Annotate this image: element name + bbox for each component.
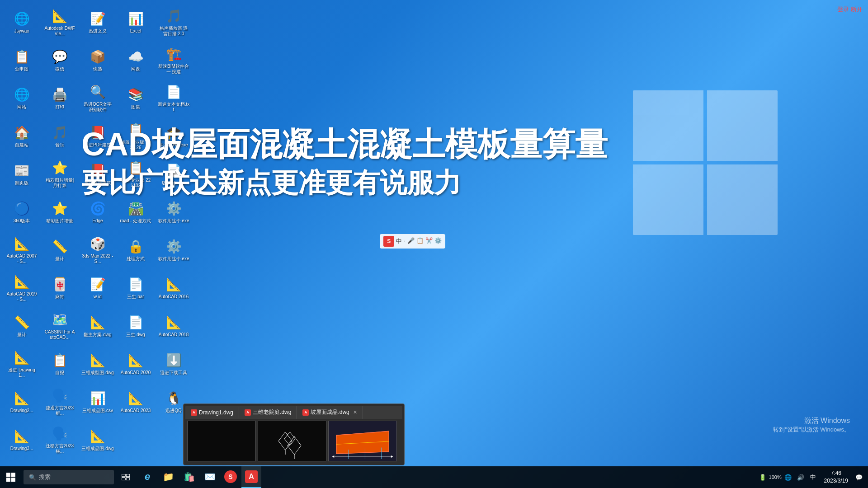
- desktop-icon-autocad2016[interactable]: 📐 AutoCAD 2016: [156, 269, 192, 305]
- desktop-icon-wenben[interactable]: 📄 新速文本文档.txt: [156, 80, 192, 116]
- desktop-icon-autocad2019[interactable]: 📐 AutoCAD 2019 - S...: [4, 269, 40, 305]
- desktop-icon-zhepian[interactable]: 📋 业申图: [4, 42, 40, 78]
- desktop-icon-yinyue[interactable]: 🎵 音乐: [42, 117, 78, 154]
- desktop-icon-zijian[interactable]: 🏠 自建站: [4, 117, 40, 154]
- desktop-icon-autocad2023[interactable]: 📐 AutoCAD 2023: [118, 383, 154, 419]
- desktop-icon-cassini[interactable]: 🗺️ CASSINI For AutoCAD...: [42, 307, 78, 343]
- desktop-icon-daying[interactable]: 🖨️ 打印: [42, 80, 78, 116]
- preview-tab-drawing2[interactable]: A 三维老院庭.dwg: [239, 406, 297, 419]
- icon-label-kuaidi: 快递: [93, 66, 102, 72]
- desktop-icon-liangji2[interactable]: 📏 量计: [4, 307, 40, 343]
- desktop-icon-sanbadwg3[interactable]: 📐 三维成品图.dwg: [80, 421, 116, 457]
- desktop-icon-sanbao[interactable]: 📄 三生.bar: [118, 269, 154, 305]
- desktop-icon-ruanjian[interactable]: ⚙️ 软件用这个.exe: [156, 231, 192, 267]
- desktop-icon-jiatong[interactable]: 🗣️ 捷通方言2023框...: [42, 383, 78, 419]
- desktop-icon-jietong2[interactable]: 🗣️ 迁移方言2023横...: [42, 421, 78, 457]
- store-taskbar-button[interactable]: 🛍️: [179, 466, 199, 488]
- desktop-icon-jieyin1[interactable]: 🎵 格声播放器 迅雷目播 2.0: [156, 4, 192, 40]
- desktop-icon-sanbao2[interactable]: 📐 三维成型图.dwg: [80, 345, 116, 381]
- svg-rect-18: [6, 473, 10, 477]
- desktop-icon-jiejin[interactable]: 📝 迅进文义: [80, 4, 116, 40]
- desktop-icon-majiang[interactable]: 🀄 麻将: [42, 269, 78, 305]
- desktop-icon-bim[interactable]: 🏗️ 新速BIM软件合一 投建: [156, 42, 192, 78]
- ime-icon[interactable]: 中: [808, 472, 819, 483]
- desktop-icon-tuji[interactable]: 📚 图集: [118, 80, 154, 116]
- desktop-icon-autocad2018[interactable]: 📐 AutoCAD 2018: [156, 307, 192, 343]
- desktop-icon-jieyin2[interactable]: 📐 迅进 Drawing1...: [4, 345, 40, 381]
- start-button[interactable]: [0, 466, 22, 488]
- icon-label-word: w id: [94, 294, 102, 300]
- desktop-icon-autocad2007[interactable]: 📐 AutoCAD 2007 - S...: [4, 231, 40, 267]
- preview-tab-drawing3[interactable]: A 坡屋面成品.dwg ✕: [297, 406, 363, 419]
- desktop-icon-drawing2[interactable]: 📐 Drawing2...: [4, 383, 40, 419]
- sougou-taskbar-button[interactable]: S: [221, 466, 241, 488]
- edge-taskbar-button[interactable]: e: [137, 466, 157, 488]
- notification-button[interactable]: 💬: [854, 472, 864, 483]
- icon-image-excel: 📊: [127, 9, 145, 28]
- icon-label-zibao: 自报: [55, 370, 64, 375]
- sougou-toolbar[interactable]: S 中 · 🎤 📋 ✂️ ⚙️: [380, 234, 445, 249]
- desktop-icon-zibao[interactable]: 📋 自报: [42, 345, 78, 381]
- close-tab-button[interactable]: ✕: [353, 409, 357, 415]
- svg-rect-23: [126, 474, 130, 477]
- desktop-icon-fenxing[interactable]: ⭐ 精彩图片增量|月打算: [42, 155, 78, 192]
- network-icon[interactable]: 🌐: [783, 472, 793, 483]
- preview-tab-drawing1[interactable]: A Drawing1.dwg: [185, 407, 239, 418]
- icon-image-fenxing: ⭐: [51, 159, 69, 177]
- icon-label-sanbadwg3: 三维成品图.dwg: [81, 446, 113, 451]
- autocad-tab-icon: A: [191, 409, 197, 416]
- icon-image-ocr: 🔍: [89, 83, 107, 101]
- taskbar-clock[interactable]: 7:46 2023/3/19: [821, 469, 852, 485]
- desktop-icon-drawing3[interactable]: 📐 Drawing3...: [4, 421, 40, 457]
- desktop-icon-360[interactable]: 🔵 360版本: [4, 193, 40, 230]
- desktop-icon-anquan[interactable]: 🔒 处理方式: [118, 231, 154, 267]
- desktop-icon-liangji[interactable]: 📏 量计: [42, 231, 78, 267]
- desktop-icon-kuaidi[interactable]: 📦 快递: [80, 42, 116, 78]
- desktop-icon-sanbadwg[interactable]: 📄 三生.dwg: [118, 307, 154, 343]
- desktop-icon-ocr[interactable]: 🔍 迅进OCR文字识别软件: [80, 80, 116, 116]
- icon-image-sanbadwg3: 📐: [89, 427, 107, 445]
- autocad-taskbar-button[interactable]: A: [241, 466, 261, 488]
- desktop-icon-wangzhan[interactable]: 🌐 网站: [4, 80, 40, 116]
- desktop-icon-autodwf[interactable]: 📐 Autodesk DWF Vie...: [42, 4, 78, 40]
- explorer-taskbar-button[interactable]: 📁: [158, 466, 178, 488]
- desktop-icon-jiben[interactable]: ⭐ 精彩图片增量: [42, 193, 78, 230]
- desktop-icon-sanbadwg2[interactable]: 📊 三维成品图.csv: [80, 383, 116, 419]
- desktop-icon-excel[interactable]: 📊 Excel: [118, 4, 154, 40]
- icon-image-majiang: 🀄: [51, 275, 69, 293]
- icon-image-zhepian: 📋: [13, 47, 31, 66]
- mail-taskbar-button[interactable]: ✉️: [200, 466, 220, 488]
- taskbar-search-bar[interactable]: 🔍 搜索: [24, 470, 114, 484]
- battery-icon[interactable]: 🔋: [757, 472, 768, 483]
- icon-label-xiazai: 迅进下载工具: [160, 370, 187, 375]
- icon-label-max: 3ds Max 2022 - S...: [81, 253, 114, 264]
- icon-image-jiben: ⭐: [51, 199, 69, 217]
- desktop-icon-wangpan[interactable]: ☁️ 网盘: [118, 42, 154, 78]
- icon-image-anquan: 🔒: [127, 237, 145, 255]
- desktop-icon-fanzhu[interactable]: 📐 翻主方案.dwg: [80, 307, 116, 343]
- preview-thumb-drawing1[interactable]: [187, 421, 256, 461]
- volume-icon[interactable]: 🔊: [795, 472, 806, 483]
- desktop-icon-jsywax[interactable]: 🌐 Jsywax: [4, 4, 40, 40]
- overlay-line2: 要比广联达新点更准更有说服力: [81, 167, 823, 199]
- desktop-icon-word[interactable]: 📝 w id: [80, 269, 116, 305]
- icon-label-jiejin: 迅进文义: [89, 28, 107, 34]
- icon-image-fanzhu: 📐: [89, 313, 107, 331]
- desktop-icon-fanye[interactable]: 📰 翻页版: [4, 155, 40, 192]
- icon-image-drawing2: 📐: [13, 389, 31, 407]
- preview-thumb-drawing3[interactable]: [328, 421, 397, 461]
- desktop-icon-weixin[interactable]: 💬 微信: [42, 42, 78, 78]
- taskbar-apps: e 📁 🛍️ ✉️ S A: [137, 466, 757, 488]
- icon-label-autocad2023: AutoCAD 2023: [121, 408, 151, 413]
- preview-thumb-drawing2[interactable]: [258, 421, 326, 461]
- icon-label-jsywax: Jsywax: [14, 28, 29, 34]
- top-right-status: 登录 断开: [837, 5, 863, 14]
- task-view-button[interactable]: [116, 466, 136, 488]
- svg-rect-25: [126, 478, 130, 480]
- desktop-icon-autocad2020[interactable]: 📐 AutoCAD 2020: [118, 345, 154, 381]
- autocad-tab-icon2: A: [245, 409, 251, 416]
- desktop-icon-max[interactable]: 🎲 3ds Max 2022 - S...: [80, 231, 116, 267]
- desktop-icon-xiazai[interactable]: ⬇️ 迅进下载工具: [156, 345, 192, 381]
- tray-icons: 🔋 100% 🌐 🔊 中: [757, 472, 819, 483]
- icon-image-xiazai: ⬇️: [165, 351, 183, 369]
